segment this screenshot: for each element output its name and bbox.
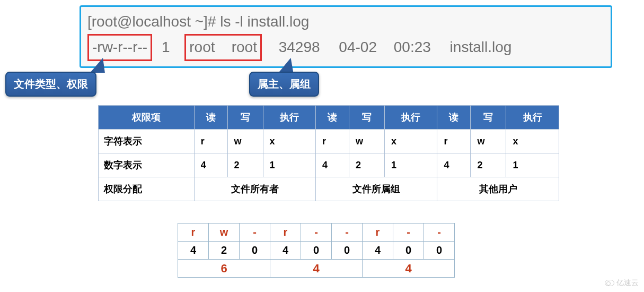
- table-row: 6 4 4: [178, 260, 455, 278]
- file-date: 04-02: [339, 36, 377, 59]
- cloud-icon: [605, 280, 614, 286]
- file-size: 34298: [279, 36, 320, 59]
- calc-num: 0: [424, 242, 455, 260]
- file-group: root: [232, 36, 257, 59]
- cell-char: w: [227, 130, 263, 153]
- watermark-text: 亿速云: [616, 278, 639, 288]
- col-write: 写: [471, 106, 506, 130]
- col-execute: 执行: [263, 106, 315, 130]
- cell-other-users: 其他用户: [437, 177, 559, 201]
- cell-char: x: [385, 130, 437, 153]
- link-count: 1: [162, 36, 170, 59]
- col-write: 写: [227, 106, 263, 130]
- calc-sum: 4: [363, 260, 455, 278]
- calc-char: -: [240, 224, 270, 242]
- calc-char: -: [301, 224, 332, 242]
- col-execute: 执行: [385, 106, 437, 130]
- calc-num: 0: [240, 242, 270, 260]
- calc-char: w: [209, 224, 240, 242]
- terminal-command-line: [root@localhost ~]# ls -l install.log: [87, 10, 604, 34]
- col-read: 读: [194, 106, 227, 130]
- cell-char: x: [506, 130, 559, 153]
- cell-char: x: [263, 130, 315, 153]
- cell-num: 2: [227, 153, 263, 177]
- calc-char: r: [270, 224, 301, 242]
- cell-char: w: [349, 130, 385, 153]
- calc-num: 0: [393, 242, 424, 260]
- calc-sum: 6: [178, 260, 270, 278]
- cell-char: w: [471, 130, 506, 153]
- table-row: 字符表示 r w x r w x r w x: [99, 130, 559, 153]
- cell-num: 2: [349, 153, 385, 177]
- terminal-output-box: [root@localhost ~]# ls -l install.log -r…: [80, 5, 612, 68]
- calc-char: -: [332, 224, 363, 242]
- col-execute: 执行: [506, 106, 559, 130]
- calc-num: 0: [332, 242, 363, 260]
- row-label-num: 数字表示: [99, 153, 195, 177]
- callout-filetype-permission: 文件类型、权限: [5, 72, 96, 97]
- col-read: 读: [316, 106, 349, 130]
- table-row: 数字表示 4 2 1 4 2 1 4 2 1: [99, 153, 559, 177]
- calc-char: -: [393, 224, 424, 242]
- cell-num: 4: [316, 153, 349, 177]
- col-read: 读: [437, 106, 471, 130]
- cell-char: r: [316, 130, 349, 153]
- ls-output-line: -rw-r--r-- 1 root root 34298 04-02 00:23…: [87, 34, 604, 61]
- cell-num: 1: [506, 153, 559, 177]
- table-row: 权限分配 文件所有者 文件所属组 其他用户: [99, 177, 559, 201]
- permission-calculation-table: r w - r - - r - - 4 2 0 4 0 0 4 0 0 6 4 …: [178, 223, 455, 278]
- watermark: 亿速云: [605, 278, 639, 288]
- table-header-row: 权限项 读 写 执行 读 写 执行 读 写 执行: [99, 106, 559, 130]
- cell-char: r: [437, 130, 471, 153]
- callout-owner-group: 属主、属组: [249, 72, 319, 97]
- calc-num: 4: [363, 242, 393, 260]
- table-row: 4 2 0 4 0 0 4 0 0: [178, 242, 455, 260]
- cell-file-group: 文件所属组: [316, 177, 437, 201]
- calc-num: 4: [270, 242, 301, 260]
- row-label-assign: 权限分配: [99, 177, 195, 201]
- cell-num: 4: [437, 153, 471, 177]
- file-time: 00:23: [394, 36, 431, 59]
- col-permission-item: 权限项: [99, 106, 195, 130]
- cell-char: r: [194, 130, 227, 153]
- cell-num: 2: [471, 153, 506, 177]
- cell-num: 1: [263, 153, 315, 177]
- col-write: 写: [349, 106, 385, 130]
- owner-group-field: root root: [184, 34, 262, 61]
- row-label-char: 字符表示: [99, 130, 195, 153]
- file-owner: root: [189, 36, 215, 59]
- cell-num: 1: [385, 153, 437, 177]
- cell-owner-group: 文件所有者: [194, 177, 315, 201]
- calc-num: 0: [301, 242, 332, 260]
- calc-char: -: [424, 224, 455, 242]
- calc-sum: 4: [270, 260, 363, 278]
- calc-char: r: [363, 224, 393, 242]
- cell-num: 4: [194, 153, 227, 177]
- calc-num: 4: [178, 242, 209, 260]
- permissions-field: -rw-r--r--: [87, 34, 152, 61]
- calc-num: 2: [209, 242, 240, 260]
- table-row: r w - r - - r - -: [178, 224, 455, 242]
- permission-reference-table: 权限项 读 写 执行 读 写 执行 读 写 执行 字符表示 r w x r w …: [98, 105, 559, 201]
- file-name: install.log: [450, 36, 512, 59]
- calc-char: r: [178, 224, 209, 242]
